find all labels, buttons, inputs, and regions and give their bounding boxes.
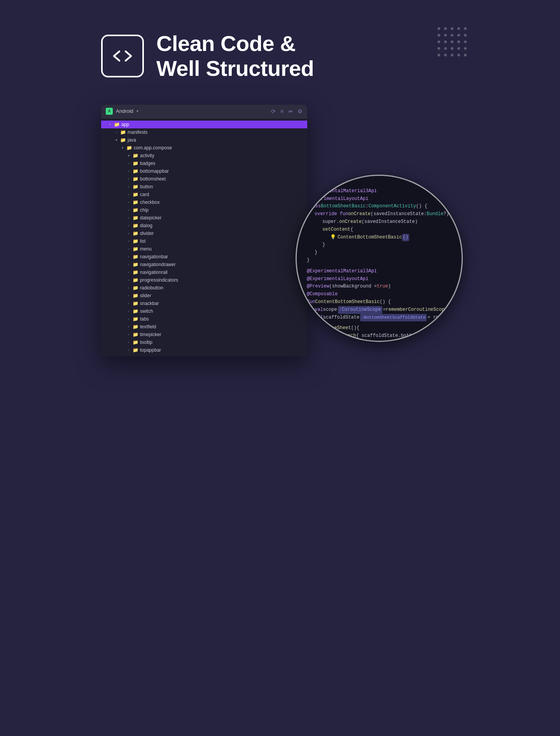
tree-item-manifests[interactable]: › 📁 manifests: [101, 128, 307, 136]
zc-line-5: super. onCreate (savedInstanceState): [307, 218, 452, 226]
tree-item-dialog[interactable]: › 📁 dialog: [101, 222, 307, 230]
folder-list-icon: 📁: [132, 238, 138, 244]
zc-line-15: fun ContentBottomSheetBasic () {: [307, 298, 452, 306]
val-scope: val: [315, 306, 323, 314]
collapse-icon[interactable]: ⇌: [288, 108, 293, 114]
folder-divider-icon: 📁: [132, 230, 138, 237]
class-extends: :: [366, 203, 368, 210]
val-scaffold: val: [315, 314, 323, 322]
dropdown-arrow[interactable]: ▾: [136, 109, 138, 113]
annotation-preview: @Preview: [307, 283, 329, 291]
tree-item-textfield[interactable]: › 📁 textfield: [101, 323, 307, 331]
chevron-manifests: ›: [114, 130, 119, 135]
sync-icon[interactable]: ⟳: [271, 108, 276, 114]
settings-icon[interactable]: ⚙: [298, 108, 303, 114]
folder-app-icon: 📁: [114, 121, 120, 128]
tree-item-card[interactable]: › 📁 card: [101, 191, 307, 198]
scope-launch: scope.: [322, 332, 339, 340]
android-robot-icon: A: [106, 108, 113, 115]
chevron-checkbox: ›: [126, 200, 131, 205]
folder-compose-icon: 📁: [126, 145, 132, 151]
top-row: Clean Code & Well Structured: [101, 31, 314, 81]
oncreate-close: }: [315, 249, 317, 257]
oncreate-name: onCreate: [348, 210, 371, 218]
tree-item-button[interactable]: › 📁 button: [101, 183, 307, 191]
tree-item-java[interactable]: ▾ 📁 java: [101, 136, 307, 144]
preview-params: (showBackground =: [329, 283, 377, 291]
scope-name: scope: [323, 306, 337, 314]
tree-item-radiobutton[interactable]: › 📁 radiobutton: [101, 284, 307, 292]
tree-item-navigationrail[interactable]: › 📁 navigationrail: [101, 268, 307, 276]
tree-item-compose[interactable]: ▾ 📁 com.app.compose: [101, 144, 307, 152]
tree-item-slider[interactable]: › 📁 slider: [101, 292, 307, 300]
tree-item-navigationdrawer[interactable]: › 📁 navigationdrawer: [101, 261, 307, 268]
chevron-app: ▾: [107, 122, 113, 127]
folder-dialog-icon: 📁: [132, 223, 138, 229]
chevron-navigationrail: ›: [126, 270, 131, 275]
chevron-list: ›: [126, 238, 131, 244]
chevron-badges: ›: [126, 161, 131, 166]
closesheet-name: closeSheet: [323, 324, 351, 332]
chevron-java: ▾: [114, 137, 119, 143]
tree-item-bottomappbar[interactable]: › 📁 bottomappbar: [101, 167, 307, 175]
setcontent-close: }: [322, 241, 325, 249]
tree-item-datepicker[interactable]: › 📁 datepicker: [101, 214, 307, 222]
setcontent-call: setContent: [322, 226, 350, 234]
tree-item-menu[interactable]: › 📁 menu: [101, 245, 307, 253]
folder-activity-icon: 📁: [132, 152, 138, 159]
oncreate-super: onCreate: [339, 218, 362, 226]
launch-call: launch: [339, 332, 356, 340]
chevron-divider: ›: [126, 231, 131, 236]
scaffoldstate-type: :BottomSheetScaffoldState: [360, 314, 427, 322]
tree-item-tooltip[interactable]: › 📁 tooltip: [101, 338, 307, 346]
folder-card-icon: 📁: [132, 191, 138, 198]
component-activity: ComponentActivity: [368, 203, 416, 210]
folder-tooltip-icon: 📁: [132, 339, 138, 345]
super-call: super.: [322, 218, 339, 226]
fun-open: () {: [380, 298, 391, 306]
tree-item-navigationbar[interactable]: › 📁 navigationbar: [101, 253, 307, 261]
folder-navigationrail-icon: 📁: [132, 269, 138, 275]
list-icon[interactable]: ≡: [280, 108, 284, 114]
tree-item-timepicker[interactable]: › 📁 timepicker: [101, 331, 307, 338]
chevron-chip: ›: [126, 207, 131, 213]
zc-line-7: 💡 ContentBottomSheetBasic (): [307, 234, 452, 242]
tree-item-snackbar[interactable]: › 📁 snackbar: [101, 300, 307, 307]
zc-line-2: @ExperimentalLayoutApi: [307, 195, 452, 203]
tree-item-progressindicators[interactable]: › 📁 progressindicators: [101, 276, 307, 284]
tree-item-topappbar[interactable]: › 📁 topappbar: [101, 346, 307, 354]
tree-item-activity[interactable]: ▾ 📁 activity: [101, 152, 307, 159]
preview-close: ): [388, 283, 391, 291]
tree-item-bottomsheet[interactable]: › 📁 bottomsheet: [101, 175, 307, 183]
folder-textfield-icon: 📁: [132, 324, 138, 330]
zoom-circle-content: @ExperimentalMaterial3Api @ExperimentalL…: [297, 176, 462, 341]
page-content: Clean Code & Well Structured Project Str…: [101, 31, 459, 356]
tree-item-badges[interactable]: › 📁 badges: [101, 159, 307, 167]
class-keyword: class: [307, 203, 321, 210]
folder-datepicker-icon: 📁: [132, 215, 138, 221]
tree-item-app[interactable]: ▾ 📁 app: [101, 121, 307, 128]
folder-tabs-icon: 📁: [132, 316, 138, 322]
chevron-bottomsheet: ›: [126, 176, 131, 182]
title-line1: Clean Code &: [156, 31, 314, 56]
zc-line-18: fun closeSheet (){: [307, 324, 452, 332]
coroutinescope-type: :CoroutineScope: [338, 306, 382, 314]
folder-java-icon: 📁: [120, 137, 126, 143]
oncreate-super-param: (savedInstanceState): [362, 218, 418, 226]
folder-manifests-icon: 📁: [120, 129, 126, 135]
tree-item-list[interactable]: › 📁 list: [101, 237, 307, 245]
zc-line-16: val scope :CoroutineScope = rememberCoro…: [307, 306, 452, 314]
folder-radiobutton-icon: 📁: [132, 285, 138, 291]
tree-item-tabs[interactable]: › 📁 tabs: [101, 315, 307, 323]
tree-item-checkbox[interactable]: › 📁 checkbox: [101, 198, 307, 206]
folder-bottomappbar-icon: 📁: [132, 168, 138, 174]
folder-navigationdrawer-icon: 📁: [132, 261, 138, 268]
tree-item-divider[interactable]: › 📁 divider: [101, 230, 307, 237]
call-parens: (): [402, 234, 409, 242]
closesheet-close: }: [315, 340, 317, 341]
chevron-compose: ▾: [120, 145, 125, 151]
zc-line-3: class BottomSheetBasic : ComponentActivi…: [307, 203, 452, 210]
tree-item-switch[interactable]: › 📁 switch: [101, 307, 307, 315]
zc-line-10: }: [307, 257, 452, 265]
tree-item-chip[interactable]: › 📁 chip: [101, 206, 307, 214]
